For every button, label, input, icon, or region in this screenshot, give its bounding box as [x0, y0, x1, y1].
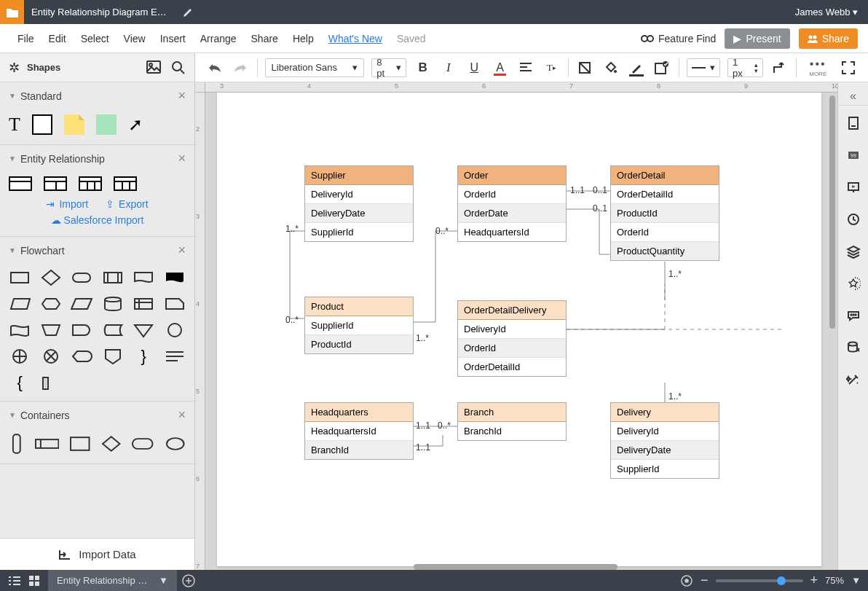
entity-row[interactable]: OrderId [611, 223, 719, 242]
entity-row[interactable]: BranchId [458, 422, 566, 440]
fill-color-button[interactable] [601, 58, 620, 77]
align-button[interactable] [516, 58, 534, 77]
close-icon[interactable]: × [178, 243, 186, 258]
entity-header[interactable]: Delivery [611, 403, 719, 422]
entity-row[interactable]: BranchId [305, 441, 413, 459]
fc-tape[interactable] [9, 321, 31, 340]
fc-decision[interactable] [40, 268, 62, 287]
user-menu[interactable]: James Webb ▾ [785, 7, 868, 17]
present-button[interactable]: ▶ Present [725, 28, 789, 49]
close-icon[interactable]: × [178, 151, 186, 166]
dock-data-icon[interactable] [839, 333, 868, 362]
dock-chat-icon[interactable] [839, 301, 868, 330]
entity-row[interactable]: SupplierId [305, 316, 413, 335]
h-scrollbar[interactable] [414, 564, 618, 570]
section-containers-header[interactable]: ▼Containers× [0, 402, 194, 428]
cont-1[interactable] [9, 433, 25, 455]
dock-theme-icon[interactable] [839, 269, 868, 298]
dock-comments-icon[interactable]: 99 [839, 141, 868, 170]
folder-icon[interactable] [0, 0, 24, 24]
dock-magic-icon[interactable] [839, 365, 868, 394]
cont-3[interactable] [69, 435, 90, 453]
entity-row[interactable]: SupplierId [305, 223, 413, 241]
fc-hex[interactable] [40, 294, 62, 313]
entity-header[interactable]: OrderDetailDelivery [458, 301, 566, 320]
fc-or[interactable] [9, 347, 31, 366]
note-shape[interactable] [64, 114, 84, 135]
line-style-selector[interactable]: ▾ [687, 58, 720, 77]
image-icon[interactable] [146, 60, 161, 75]
text-color-button[interactable]: A [491, 58, 509, 77]
entity-hq[interactable]: HeadquartersHeadquartersIdBranchId [304, 402, 414, 460]
er-shape-4[interactable] [114, 176, 137, 191]
zoom-menu-caret[interactable]: ▼ [851, 575, 861, 586]
entity-row[interactable]: OrderDetailId [611, 185, 719, 204]
entity-header[interactable]: Order [458, 166, 566, 185]
fc-display[interactable] [71, 347, 92, 366]
menu-edit[interactable]: Edit [42, 28, 74, 49]
fc-intern[interactable] [133, 294, 154, 313]
menu-select[interactable]: Select [74, 28, 117, 49]
close-icon[interactable]: × [178, 88, 186, 103]
zoom-slider[interactable] [716, 579, 803, 582]
document-title[interactable]: Entity Relationship Diagram Exa… [24, 7, 177, 17]
dock-history-icon[interactable] [839, 205, 868, 234]
rename-icon[interactable] [177, 7, 199, 17]
undo-button[interactable] [205, 58, 224, 77]
entity-header[interactable]: Product [305, 297, 413, 316]
export-link[interactable]: ⇪ Export [106, 198, 148, 210]
search-icon[interactable] [171, 60, 186, 75]
menu-insert[interactable]: Insert [153, 28, 193, 49]
entity-row[interactable]: DeliveryId [458, 320, 566, 339]
menu-help[interactable]: Help [285, 28, 321, 49]
entity-orderdetail[interactable]: OrderDetailOrderDetailIdProductIdOrderId… [610, 165, 719, 261]
fc-stored[interactable] [102, 321, 124, 340]
shape-options-button[interactable] [653, 58, 671, 77]
entity-row[interactable]: OrderDetailId [458, 358, 566, 376]
close-icon[interactable]: × [178, 407, 186, 423]
entity-row[interactable]: SupplierId [611, 460, 719, 478]
entity-odd[interactable]: OrderDetailDeliveryDeliveryIdOrderIdOrde… [457, 300, 567, 377]
entity-row[interactable]: ProductId [305, 335, 413, 353]
section-flowchart-header[interactable]: ▼Flowchart× [0, 237, 194, 264]
menu-view[interactable]: View [117, 28, 153, 49]
entity-row[interactable]: ProductId [611, 204, 719, 223]
cont-6[interactable] [165, 436, 186, 452]
cont-5[interactable] [131, 437, 154, 451]
fc-card[interactable] [164, 294, 186, 313]
fc-terminator[interactable] [71, 268, 92, 287]
grid-view-icon[interactable] [29, 576, 39, 586]
entity-branch[interactable]: BranchBranchId [457, 402, 567, 441]
entity-header[interactable]: OrderDetail [611, 166, 719, 185]
fc-offpage[interactable] [102, 347, 124, 366]
entity-header[interactable]: Branch [458, 403, 566, 422]
zoom-out-button[interactable]: − [701, 573, 709, 588]
share-button[interactable]: Share [799, 28, 858, 49]
outline-view-icon[interactable] [9, 576, 20, 586]
add-page-button[interactable] [177, 574, 200, 587]
target-icon[interactable] [680, 574, 693, 587]
text-style-button[interactable]: T▸ [542, 58, 560, 77]
fc-doc2[interactable] [164, 268, 186, 287]
block-shape[interactable] [96, 114, 117, 135]
line-width-selector[interactable]: 1 px ▴▾ [727, 58, 763, 77]
section-entity-header[interactable]: ▼Entity Relationship× [0, 145, 194, 172]
salesforce-import-link[interactable]: ☁ Salesforce Import [9, 211, 186, 227]
import-link[interactable]: ⇥ Import [46, 198, 88, 210]
v-scrollbar[interactable] [829, 95, 835, 329]
fc-square-sm[interactable] [40, 373, 62, 392]
feature-find[interactable]: Feature Find [641, 33, 716, 44]
menu-whats-new[interactable]: What's New [321, 28, 390, 49]
line-routing-button[interactable] [770, 58, 789, 77]
fc-manop[interactable] [40, 321, 62, 340]
fc-brace-l[interactable]: { [17, 373, 23, 392]
dock-page-icon[interactable] [839, 109, 868, 138]
redo-button[interactable] [231, 58, 249, 77]
entity-row[interactable]: OrderDate [458, 204, 566, 223]
fc-database[interactable] [102, 294, 124, 313]
er-shape-2[interactable] [44, 176, 67, 191]
entity-row[interactable]: OrderId [458, 339, 566, 358]
fc-brace-r[interactable]: } [141, 347, 146, 366]
menu-file[interactable]: File [10, 28, 42, 49]
fc-parallel[interactable] [71, 294, 92, 313]
